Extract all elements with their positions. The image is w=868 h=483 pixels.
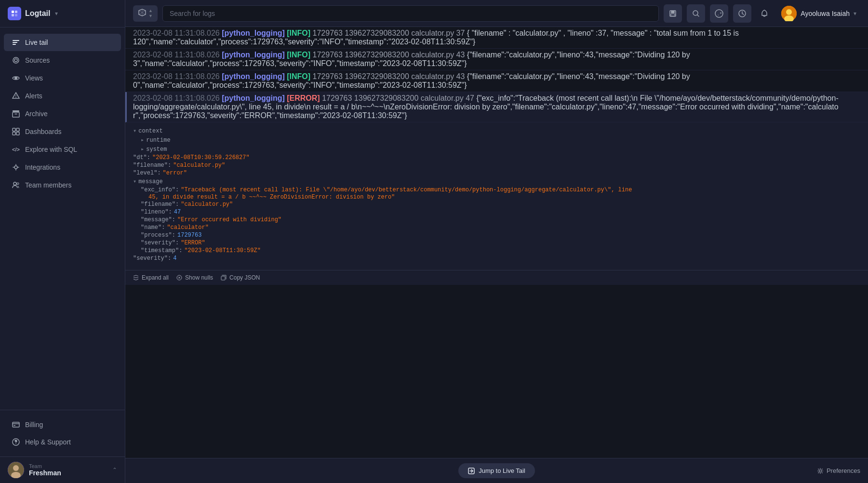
team-section[interactable]: Team Freshman ⌃	[0, 456, 125, 483]
field-process: "process": 1729763	[141, 231, 860, 239]
user-chevron-icon: ▾	[854, 10, 856, 17]
message-tree-item[interactable]: ▾message	[133, 177, 860, 186]
sidebar-item-billing[interactable]: Billing	[4, 416, 121, 433]
log-file: calculator.py 43	[411, 72, 467, 80]
source-selector[interactable]: ▲ ▼	[133, 5, 158, 22]
integrations-icon	[12, 163, 20, 172]
svg-point-41	[819, 470, 821, 472]
log-level: [INFO]	[287, 72, 312, 80]
log-pid: 1729763 139627329083200	[313, 29, 412, 37]
search-input[interactable]	[162, 5, 659, 22]
log-level: [ERROR]	[287, 94, 322, 102]
search-button[interactable]	[687, 4, 705, 23]
field-name: "name": "calculator"	[141, 224, 860, 231]
svg-text:.*: .*	[717, 12, 722, 16]
sidebar-chevron-icon: ▾	[55, 10, 58, 17]
svg-rect-22	[13, 425, 15, 426]
preferences-button[interactable]: Preferences	[817, 467, 860, 474]
field-value: 1729763	[177, 232, 201, 239]
log-source-tag: [python_logging]	[222, 72, 287, 80]
field-exc-info: "exc_info": "Traceback (most recent call…	[141, 186, 860, 194]
svg-rect-2	[12, 14, 14, 16]
user-menu[interactable]: Ayooluwa Isaiah ▾	[777, 4, 860, 23]
source-chevrons-icon: ▲ ▼	[148, 8, 153, 18]
svg-point-24	[15, 443, 16, 444]
sidebar-item-live-tail[interactable]: Live tail	[4, 34, 121, 51]
log-level: [INFO]	[287, 51, 312, 59]
sidebar-item-views[interactable]: Views	[4, 69, 121, 87]
field-key: "dt":	[133, 154, 150, 161]
sidebar-header[interactable]: Logtail ▾	[0, 0, 125, 27]
sidebar-item-sources[interactable]: Sources	[4, 52, 121, 69]
field-value: "calculator.py"	[181, 201, 233, 208]
svg-rect-0	[12, 11, 14, 13]
log-row[interactable]: 2023-02-08 11:31:08.026 [python_logging]…	[125, 27, 868, 49]
team-name: Freshman	[29, 469, 107, 477]
time-filter-button[interactable]	[733, 4, 751, 23]
tree-key: message	[138, 178, 162, 185]
svg-point-7	[14, 59, 17, 62]
notification-button[interactable]	[756, 5, 773, 22]
svg-rect-17	[16, 132, 19, 135]
field-value: "Traceback (most recent call last): File…	[181, 187, 632, 193]
sidebar-nav: Live tail Sources Views	[0, 27, 125, 410]
field-key: "level":	[133, 170, 161, 176]
field-value: "error"	[163, 170, 187, 176]
live-tail-icon	[12, 38, 20, 47]
svg-rect-16	[13, 132, 15, 135]
sidebar-item-label: Integrations	[25, 163, 60, 171]
sidebar-item-help[interactable]: Help & Support	[4, 433, 121, 451]
svg-rect-12	[13, 110, 19, 112]
jump-to-live-tail-button[interactable]: Jump to Live Tail	[458, 463, 535, 478]
svg-rect-14	[13, 128, 15, 131]
save-search-button[interactable]	[664, 4, 682, 23]
svg-rect-15	[16, 128, 19, 131]
sidebar-item-dashboards[interactable]: Dashboards	[4, 123, 121, 140]
copy-json-label: Copy JSON	[229, 274, 260, 281]
field-value: 47	[174, 209, 181, 215]
svg-point-18	[14, 166, 17, 169]
field-key: "severity":	[133, 255, 171, 262]
billing-icon	[12, 420, 20, 429]
log-row-expanded[interactable]: 2023-02-08 11:31:08.026 [python_logging]…	[125, 92, 868, 122]
log-row[interactable]: 2023-02-08 11:31:08.026 [python_logging]…	[125, 70, 868, 92]
runtime-tree-item[interactable]: ▸runtime	[141, 135, 860, 145]
sidebar-item-integrations[interactable]: Integrations	[4, 159, 121, 176]
system-tree-item[interactable]: ▸system	[141, 145, 860, 154]
team-label: Team	[29, 463, 107, 469]
views-icon	[12, 74, 20, 82]
expand-all-button[interactable]: Expand all	[133, 274, 169, 281]
jump-label: Jump to Live Tail	[479, 467, 525, 474]
field-value: 45, in divide result = a / b ~~^~~ ZeroD…	[148, 194, 395, 201]
show-nulls-label: Show nulls	[185, 274, 213, 281]
svg-rect-13	[13, 112, 19, 117]
copy-json-button[interactable]: Copy JSON	[221, 274, 260, 281]
svg-rect-39	[221, 276, 225, 280]
preferences-label: Preferences	[827, 467, 860, 474]
user-avatar	[781, 6, 797, 21]
svg-point-9	[14, 77, 17, 80]
logo-icon	[8, 7, 21, 20]
context-children: ▸runtime ▸system	[133, 135, 860, 154]
log-timestamp: 2023-02-08 11:31:08.026	[133, 94, 222, 102]
show-nulls-button[interactable]: Show nulls	[176, 274, 213, 281]
regex-button[interactable]: .*	[710, 4, 728, 23]
sidebar-item-label: Billing	[25, 421, 43, 429]
field-level: "level": "error"	[133, 169, 860, 177]
field-key: "name":	[141, 224, 165, 231]
sidebar-item-archive[interactable]: Archive	[4, 105, 121, 122]
svg-point-8	[13, 57, 19, 63]
log-row[interactable]: 2023-02-08 11:31:08.026 [python_logging]…	[125, 49, 868, 70]
tree-key: context	[138, 128, 162, 134]
context-tree-item[interactable]: ▾context	[133, 126, 860, 135]
tree-collapse-icon: ▾	[133, 178, 136, 185]
log-timestamp: 2023-02-08 11:31:08.026	[133, 72, 222, 80]
sidebar-item-alerts[interactable]: Alerts	[4, 87, 121, 105]
sidebar-item-explore-sql[interactable]: </> Explore with SQL	[4, 141, 121, 158]
expand-toolbar: Expand all Show nulls Copy JSON	[125, 270, 868, 285]
tree-key: runtime	[146, 137, 170, 144]
svg-rect-1	[15, 11, 17, 13]
sidebar-item-team-members[interactable]: Team members	[4, 176, 121, 194]
sidebar-item-label: Alerts	[25, 92, 42, 100]
topbar: ▲ ▼ .*	[125, 0, 868, 27]
